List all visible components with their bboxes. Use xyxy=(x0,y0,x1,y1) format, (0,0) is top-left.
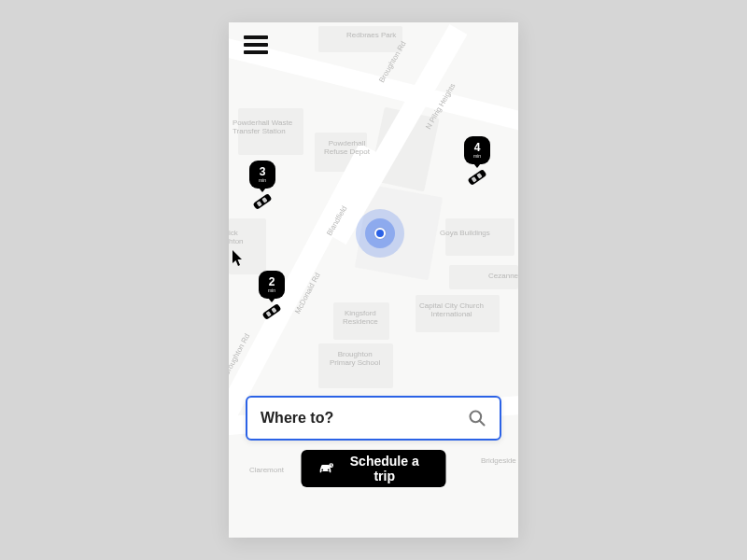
svg-rect-0 xyxy=(253,193,273,210)
svg-line-10 xyxy=(480,421,485,426)
eta-minutes: 4 xyxy=(474,142,481,153)
nearby-car-marker[interactable]: 2min xyxy=(259,271,285,319)
schedule-trip-label: Schedule a trip xyxy=(344,454,426,483)
eta-unit: min xyxy=(473,154,481,159)
menu-button[interactable] xyxy=(244,35,268,54)
user-location-dot xyxy=(374,228,386,239)
svg-rect-3 xyxy=(262,303,282,320)
search-icon[interactable] xyxy=(468,409,486,427)
svg-point-11 xyxy=(321,469,323,471)
eta-minutes: 2 xyxy=(269,276,275,287)
eta-bubble: 4min xyxy=(464,136,490,164)
eta-bubble: 2min xyxy=(259,271,285,299)
eta-unit: min xyxy=(259,178,266,183)
phone-frame: Redbraes Park Powderhall Waste Transfer … xyxy=(229,22,518,538)
map-label: Bridgeside xyxy=(481,457,516,466)
schedule-trip-button[interactable]: Schedule a trip xyxy=(302,450,446,487)
eta-unit: min xyxy=(268,288,275,293)
destination-input[interactable] xyxy=(261,410,468,427)
eta-minutes: 3 xyxy=(260,166,266,177)
svg-rect-6 xyxy=(468,169,487,186)
eta-bubble: 3min xyxy=(249,161,275,189)
destination-search[interactable] xyxy=(246,396,501,441)
nearby-car-marker[interactable]: 4min xyxy=(464,136,490,185)
svg-point-12 xyxy=(328,469,330,471)
map-label: Claremont xyxy=(249,467,284,475)
car-clock-icon xyxy=(318,461,334,476)
nearby-car-marker[interactable]: 3min xyxy=(249,161,275,209)
